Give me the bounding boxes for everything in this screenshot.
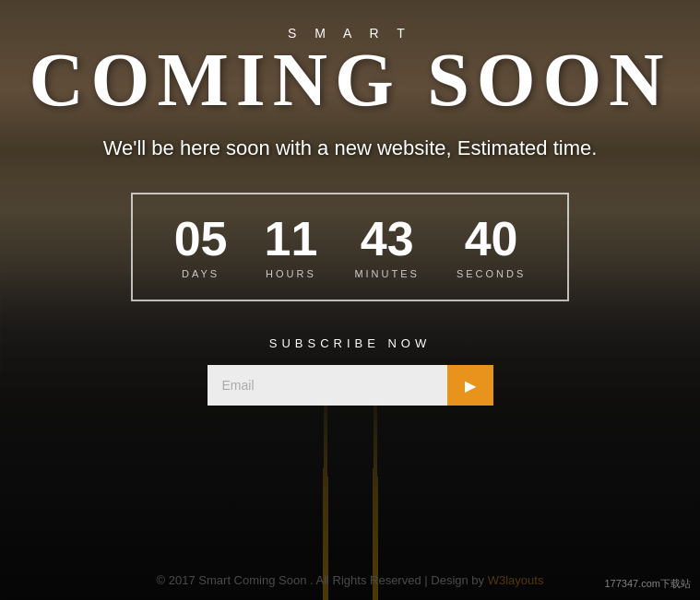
seconds-label: SECONDS bbox=[457, 268, 526, 279]
countdown-minutes: 43 MINUTES bbox=[354, 215, 420, 279]
minutes-value: 43 bbox=[361, 215, 414, 263]
minutes-label: MINUTES bbox=[354, 268, 420, 279]
seconds-value: 40 bbox=[465, 215, 518, 263]
main-content: S M A R T COMING SOON We'll be here soon… bbox=[0, 0, 700, 600]
subtitle-text: We'll be here soon with a new website, E… bbox=[103, 136, 598, 160]
days-value: 05 bbox=[174, 215, 228, 263]
hours-value: 11 bbox=[265, 215, 318, 263]
hours-label: HOURS bbox=[266, 268, 316, 279]
subscribe-button[interactable] bbox=[447, 365, 493, 406]
send-icon bbox=[465, 376, 476, 395]
email-field[interactable] bbox=[208, 365, 447, 406]
countdown-box: 05 DAYS 11 HOURS 43 MINUTES 40 SECONDS bbox=[131, 193, 570, 301]
subscribe-form bbox=[208, 365, 493, 406]
countdown-hours: 11 HOURS bbox=[265, 215, 318, 279]
countdown-days: 05 DAYS bbox=[174, 215, 228, 279]
countdown-seconds: 40 SECONDS bbox=[457, 215, 526, 279]
watermark: 177347.com下载站 bbox=[604, 577, 691, 591]
days-label: DAYS bbox=[182, 268, 219, 279]
subscribe-heading: SUBSCRIBE NOW bbox=[269, 336, 432, 350]
page-title: COMING SOON bbox=[29, 42, 670, 118]
